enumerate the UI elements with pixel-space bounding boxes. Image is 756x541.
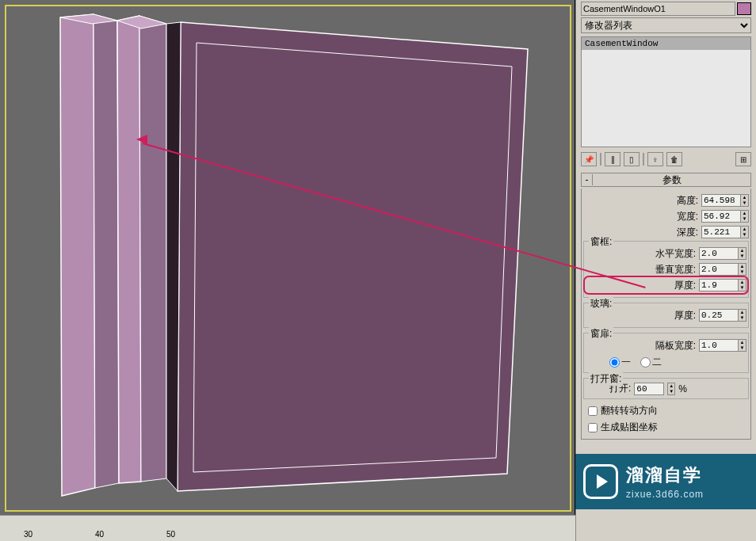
check-uv-row: 生成贴图坐标	[588, 421, 749, 434]
percent-label: %	[678, 383, 687, 394]
height-label: 高度:	[583, 194, 701, 208]
frame-thick-spinner[interactable]: ▲▼	[739, 279, 746, 291]
check-flip-row: 翻转转动方向	[588, 404, 749, 417]
vwidth-input[interactable]	[699, 263, 739, 276]
svg-marker-2	[60, 14, 95, 496]
glass-thick-label: 厚度:	[586, 309, 699, 322]
depth-spinner[interactable]: ▲▼	[741, 226, 749, 238]
configure-modifier-sets-button[interactable]: ⊞	[735, 152, 751, 166]
param-frame-thickness: 厚度: ▲▼	[586, 278, 746, 292]
group-frame: 窗框: 水平宽度: ▲▼ 垂直宽度: ▲▼ 厚度: ▲▼	[583, 241, 749, 298]
group-open: 打开窗: 打开: ▲▼ %	[583, 378, 749, 399]
open-legend: 打开窗:	[589, 372, 623, 386]
width-spinner[interactable]: ▲▼	[741, 210, 749, 223]
casement-window-model[interactable]	[46, 6, 553, 497]
width-input[interactable]	[701, 210, 741, 223]
vwidth-spinner[interactable]: ▲▼	[739, 263, 746, 276]
object-color-swatch[interactable]	[737, 2, 751, 15]
svg-marker-4	[117, 16, 141, 483]
panel-width-label: 隔板宽度:	[586, 339, 699, 352]
watermark: 溜溜自学 zixue.3d66.com	[575, 454, 756, 509]
remove-modifier-button[interactable]: ♀	[647, 152, 663, 166]
rollout-header-parameters[interactable]: - 参数	[581, 173, 751, 187]
radio-one[interactable]: 一	[609, 356, 631, 369]
rollout-collapse-icon[interactable]: -	[582, 174, 593, 185]
modifier-list: 修改器列表	[581, 17, 751, 33]
height-spinner[interactable]: ▲▼	[741, 194, 749, 207]
viewport-active-frame	[5, 5, 571, 512]
frame-legend: 窗框:	[589, 235, 613, 249]
radio-two-input[interactable]	[640, 357, 651, 368]
svg-marker-5	[139, 16, 166, 482]
param-vwidth: 垂直宽度: ▲▼	[586, 262, 746, 276]
modifier-list-dropdown[interactable]: 修改器列表	[581, 17, 751, 33]
stack-item-casementwindow[interactable]: CasementWindow	[582, 37, 750, 50]
hwidth-label: 水平宽度:	[586, 247, 699, 261]
depth-input[interactable]	[701, 226, 741, 238]
radio-one-input[interactable]	[609, 357, 620, 368]
toolbar-separator	[600, 153, 601, 166]
rollout-title: 参数	[593, 173, 750, 187]
width-label: 宽度:	[583, 210, 701, 223]
glass-thick-spinner[interactable]: ▲▼	[739, 309, 746, 322]
watermark-text: 溜溜自学 zixue.3d66.com	[626, 463, 704, 500]
flip-label: 翻转转动方向	[601, 404, 658, 417]
ruler-tick: 30	[24, 530, 32, 539]
hwidth-input[interactable]	[699, 247, 739, 260]
panel-width-spinner[interactable]: ▲▼	[739, 339, 746, 352]
stack-toolbar: 📌 ‖ ▯ ♀ 🗑 ⊞	[581, 150, 751, 168]
pin-stack-button[interactable]: 📌	[581, 152, 597, 166]
radio-two[interactable]: 二	[640, 356, 662, 369]
uv-checkbox[interactable]	[588, 423, 598, 432]
param-width: 宽度: ▲▼	[583, 209, 749, 223]
ruler-tick: 50	[166, 530, 175, 539]
height-input[interactable]	[701, 194, 741, 207]
modifier-stack[interactable]: CasementWindow	[581, 36, 751, 147]
group-glass: 玻璃: 厚度: ▲▼	[583, 303, 749, 328]
frame-thick-input[interactable]	[699, 279, 739, 291]
svg-marker-3	[94, 14, 119, 488]
uv-label: 生成贴图坐标	[601, 421, 658, 434]
sash-legend: 窗扉:	[589, 327, 613, 341]
annotation-arrow-head	[136, 135, 147, 144]
hwidth-spinner[interactable]: ▲▼	[739, 247, 746, 260]
trash-button[interactable]: 🗑	[666, 152, 682, 166]
watermark-title: 溜溜自学	[626, 463, 704, 487]
rollout-body-parameters: 高度: ▲▼ 宽度: ▲▼ 深度: ▲▼ 窗框: 水平宽度:	[581, 189, 751, 440]
group-sash: 窗扉: 隔板宽度: ▲▼ 一 二	[583, 333, 749, 373]
svg-marker-0	[178, 22, 528, 491]
sash-count-radios: 一 二	[586, 356, 746, 369]
viewport[interactable]	[0, 0, 575, 515]
open-spinner[interactable]: ▲▼	[667, 383, 675, 395]
glass-legend: 玻璃:	[589, 297, 613, 311]
flip-checkbox[interactable]	[588, 406, 598, 416]
play-icon	[583, 464, 618, 499]
open-input[interactable]	[634, 383, 664, 395]
make-unique-button[interactable]: ▯	[624, 152, 640, 166]
glass-thick-input[interactable]	[699, 309, 739, 322]
param-height: 高度: ▲▼	[583, 193, 749, 208]
ruler-tick: 40	[95, 530, 104, 539]
timeline-ruler[interactable]: 30 40 50	[0, 515, 575, 541]
object-name-row	[581, 2, 751, 16]
object-name-input[interactable]	[581, 2, 735, 16]
toolbar-separator	[643, 153, 644, 166]
show-end-result-button[interactable]: ‖	[605, 152, 620, 166]
watermark-url: zixue.3d66.com	[626, 489, 704, 500]
panel-width-input[interactable]	[699, 339, 739, 352]
